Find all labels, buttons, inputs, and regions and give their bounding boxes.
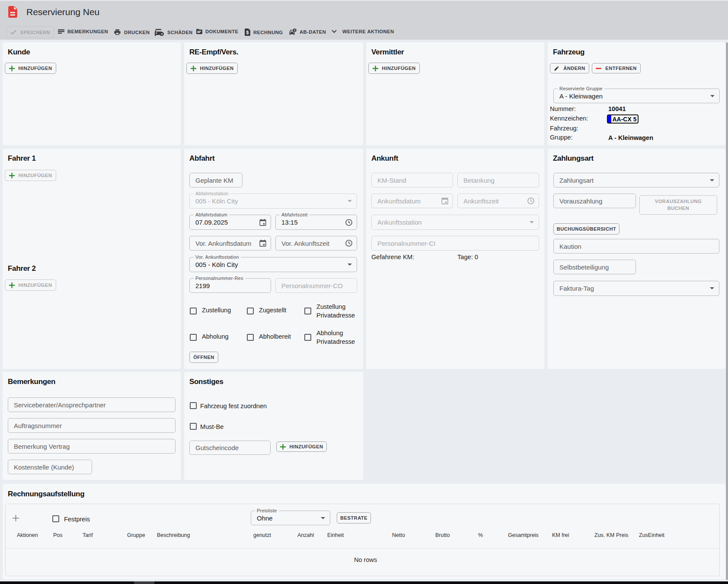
svg-text:$: $ — [246, 30, 249, 35]
